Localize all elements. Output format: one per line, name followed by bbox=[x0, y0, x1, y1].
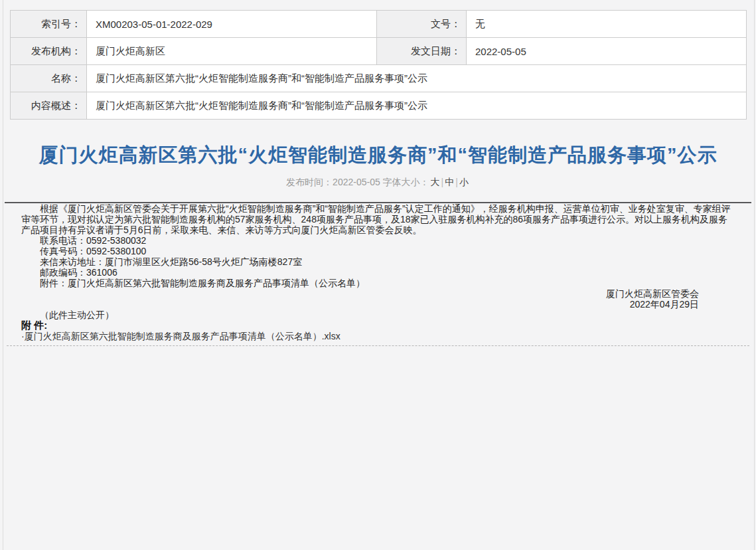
name-label: 名称： bbox=[11, 65, 87, 92]
name-value: 厦门火炬高新区第六批“火炬智能制造服务商”和“智能制造产品服务事项”公示 bbox=[87, 65, 747, 92]
font-size-separator: | bbox=[441, 177, 444, 187]
doc-number-value: 无 bbox=[467, 11, 747, 38]
bottom-dashed-divider bbox=[7, 345, 749, 346]
issue-date-value: 2022-05-05 bbox=[467, 38, 747, 65]
contact-phone-line: 联系电话：0592-5380032 bbox=[21, 235, 736, 246]
table-row: 名称： 厦门火炬高新区第六批“火炬智能制造服务商”和“智能制造产品服务事项”公示 bbox=[11, 65, 747, 92]
fax-number-line: 传真号码：0592-5380100 bbox=[21, 246, 736, 256]
issue-date-label: 发文日期： bbox=[377, 38, 467, 65]
font-size-small-button[interactable]: 小 bbox=[459, 177, 469, 187]
visit-address-line: 来信来访地址：厦门市湖里区火炬路56-58号火炬广场南楼827室 bbox=[21, 256, 736, 267]
postal-code-line: 邮政编码：361006 bbox=[21, 267, 736, 278]
table-row: 内容概述： 厦门火炬高新区第六批“火炬智能制造服务商”和“智能制造产品服务事项”… bbox=[11, 92, 747, 120]
summary-label: 内容概述： bbox=[11, 92, 87, 120]
table-row: 发布机构： 厦门火炬高新区 发文日期： 2022-05-05 bbox=[11, 38, 747, 65]
publish-meta-line: 发布时间：2022-05-05 字体大小：大|中|小 bbox=[0, 177, 756, 189]
publish-time-value: 2022-05-05 bbox=[333, 177, 380, 187]
index-number-label: 索引号： bbox=[11, 11, 87, 38]
signature-organization: 厦门火炬高新区管委会 bbox=[21, 288, 736, 299]
document-info-table: 索引号： XM00203-05-01-2022-029 文号： 无 发布机构： … bbox=[10, 10, 747, 120]
article-body: 根据《厦门火炬高新区管委会关于开展第六批“火炬智能制造服务商”和“智能制造产品服… bbox=[0, 203, 756, 341]
font-size-label: 字体大小： bbox=[380, 177, 429, 187]
attachments-heading: 附 件: bbox=[21, 320, 736, 331]
attachment-note-line: 附件：厦门火炬高新区第六批智能制造服务商及服务产品事项清单（公示名单） bbox=[21, 278, 736, 288]
font-size-large-button[interactable]: 大 bbox=[431, 177, 440, 187]
publisher-label: 发布机构： bbox=[11, 38, 87, 65]
announcement-page: 索引号： XM00203-05-01-2022-029 文号： 无 发布机构： … bbox=[0, 0, 756, 550]
publish-time-label: 发布时间： bbox=[286, 177, 333, 187]
publisher-value: 厦门火炬高新区 bbox=[87, 38, 377, 65]
disclosure-note: （此件主动公开） bbox=[21, 310, 736, 320]
font-size-medium-button[interactable]: 中 bbox=[445, 177, 454, 187]
table-row: 索引号： XM00203-05-01-2022-029 文号： 无 bbox=[11, 11, 747, 38]
index-number-value: XM00203-05-01-2022-029 bbox=[87, 11, 377, 38]
announcement-paragraph: 根据《厦门火炬高新区管委会关于开展第六批“火炬智能制造服务商”和“智能制造产品服… bbox=[21, 203, 736, 235]
font-size-separator: | bbox=[455, 177, 458, 187]
page-title: 厦门火炬高新区第六批“火炬智能制造服务商”和“智能制造产品服务事项”公示 bbox=[35, 141, 721, 168]
attachment-file-link[interactable]: ·厦门火炬高新区第六批智能制造服务商及服务产品事项清单（公示名单）.xlsx bbox=[21, 331, 736, 341]
doc-number-label: 文号： bbox=[377, 11, 467, 38]
summary-value: 厦门火炬高新区第六批“火炬智能制造服务商”和“智能制造产品服务事项”公示 bbox=[87, 92, 747, 120]
signature-date: 2022年04月29日 bbox=[21, 299, 736, 310]
